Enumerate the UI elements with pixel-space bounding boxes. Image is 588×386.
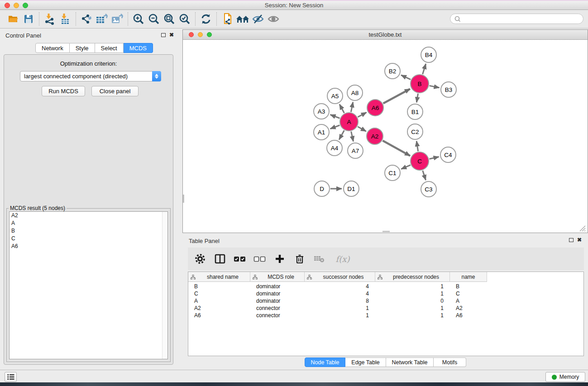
mcds-result-list[interactable]: A2ABCA6 (9, 211, 168, 359)
cell[interactable]: 4 (305, 283, 375, 290)
close-panel-icon[interactable]: ✖ (169, 33, 174, 37)
tab-network[interactable]: Network (35, 43, 70, 53)
cell[interactable]: dominator (250, 290, 305, 297)
network-minimize-button[interactable] (198, 32, 203, 37)
node-C3[interactable]: C3 (421, 181, 436, 197)
cell[interactable]: 1 (305, 312, 375, 319)
edge-A-A2[interactable] (358, 127, 366, 131)
zoom-in-button[interactable] (131, 12, 146, 26)
tab-node-table[interactable]: Node Table (305, 357, 345, 367)
delete-column-button[interactable] (293, 252, 306, 266)
node-D1[interactable]: D1 (344, 181, 359, 196)
function-builder-button[interactable]: f(x) (333, 252, 353, 266)
unselect-all-columns-button[interactable] (253, 252, 267, 266)
zoom-selected-button[interactable] (177, 12, 192, 26)
cell[interactable]: 1 (375, 305, 450, 312)
node-A3[interactable]: A3 (314, 104, 329, 119)
close-panel-button[interactable]: Close panel (91, 86, 139, 96)
home-button[interactable] (235, 12, 250, 26)
cell[interactable]: A6 (188, 312, 250, 319)
show-column-panel-button[interactable] (213, 252, 227, 266)
import-network-button[interactable] (42, 12, 57, 26)
node-A6[interactable]: A6 (367, 100, 383, 116)
cell[interactable]: dominator (250, 283, 305, 290)
zoom-fit-button[interactable] (162, 12, 177, 26)
edge-A-A4[interactable] (339, 130, 344, 139)
cell[interactable]: A (450, 297, 487, 305)
column-header-name[interactable]: name (450, 272, 487, 282)
new-network-from-selection-button[interactable] (220, 12, 235, 26)
edge-B-B4[interactable] (423, 64, 426, 74)
cell[interactable]: A2 (450, 305, 487, 312)
result-item[interactable]: B (10, 227, 167, 235)
cell[interactable]: 1 (375, 312, 450, 319)
table-row[interactable]: Bdominator41B (188, 283, 487, 290)
cell[interactable]: connector (250, 312, 305, 319)
result-item[interactable]: C (10, 235, 167, 243)
edge-A2-C[interactable] (382, 141, 410, 156)
apply-layout-button[interactable] (198, 12, 214, 26)
export-image-button[interactable] (110, 12, 125, 26)
edge-B-B2[interactable] (401, 75, 411, 80)
export-network-button[interactable] (79, 12, 94, 26)
select-all-columns-button[interactable] (233, 252, 247, 266)
edge-A-A7[interactable] (351, 131, 354, 141)
column-header-successor-nodes[interactable]: successor nodes (305, 272, 375, 282)
hide-glass-button[interactable] (250, 12, 266, 26)
tab-select[interactable]: Select (95, 43, 124, 53)
node-B1[interactable]: B1 (407, 104, 423, 119)
network-canvas[interactable]: B4B2BB3A8A5A6A3B1AA1C2A2A4A7C4CC1C3DD1 (183, 40, 588, 233)
create-column-button[interactable] (273, 252, 287, 266)
tab-style[interactable]: Style (70, 43, 95, 53)
table-row[interactable]: A2connector11A2 (188, 305, 487, 312)
network-vertical-scrollbar[interactable] (183, 195, 184, 203)
column-header-MCDS-role[interactable]: MCDS role (250, 272, 305, 282)
node-A[interactable]: A (340, 113, 358, 131)
window-minimize-button[interactable] (14, 3, 19, 8)
window-close-button[interactable] (5, 3, 10, 8)
result-item[interactable]: A6 (10, 243, 167, 250)
node-C[interactable]: C (411, 152, 429, 170)
table-settings-button[interactable] (193, 252, 207, 266)
table-row[interactable]: A6connector11A6 (188, 312, 487, 319)
edge-A-A1[interactable] (330, 125, 340, 129)
show-graphics-button[interactable] (266, 12, 281, 26)
edge-A6-B[interactable] (383, 89, 410, 103)
cell[interactable]: C (188, 290, 250, 297)
cell[interactable]: dominator (250, 297, 305, 305)
tab-mcds[interactable]: MCDS (124, 43, 153, 53)
edge-B-B1[interactable] (416, 94, 418, 103)
edge-C-C1[interactable] (401, 165, 411, 169)
node-C1[interactable]: C1 (385, 165, 400, 181)
cell[interactable]: connector (250, 305, 305, 312)
edge-A-A5[interactable] (339, 104, 344, 113)
network-close-button[interactable] (189, 32, 194, 37)
save-session-button[interactable] (21, 12, 36, 26)
cell[interactable]: 1 (375, 290, 450, 297)
window-zoom-button[interactable] (23, 3, 28, 8)
table-row[interactable]: Adominator80A (188, 297, 487, 305)
edge-B-B3[interactable] (430, 86, 440, 87)
node-A8[interactable]: A8 (347, 85, 363, 100)
node-B4[interactable]: B4 (421, 47, 436, 62)
cell[interactable]: 1 (375, 283, 450, 290)
delete-table-button[interactable] (313, 252, 326, 266)
tab-network-table[interactable]: Network Table (386, 357, 434, 367)
open-session-button[interactable] (5, 12, 21, 26)
result-item[interactable]: A (10, 219, 167, 227)
node-A4[interactable]: A4 (327, 140, 342, 156)
node-C4[interactable]: C4 (440, 147, 456, 162)
cell[interactable]: C (450, 290, 487, 297)
cell[interactable]: B (450, 283, 487, 290)
criterion-select[interactable]: largest connected component (directed) (20, 71, 161, 81)
cell[interactable]: A6 (450, 312, 487, 319)
cell[interactable]: 8 (305, 297, 375, 305)
search-input[interactable] (463, 16, 583, 22)
node-D[interactable]: D (314, 181, 330, 196)
result-list-scrollbar[interactable] (162, 212, 167, 359)
float-panel-icon[interactable] (161, 33, 166, 37)
result-item[interactable]: A2 (10, 212, 167, 219)
cell[interactable]: 4 (305, 290, 375, 297)
import-table-button[interactable] (57, 12, 73, 26)
node-B[interactable]: B (411, 75, 429, 93)
